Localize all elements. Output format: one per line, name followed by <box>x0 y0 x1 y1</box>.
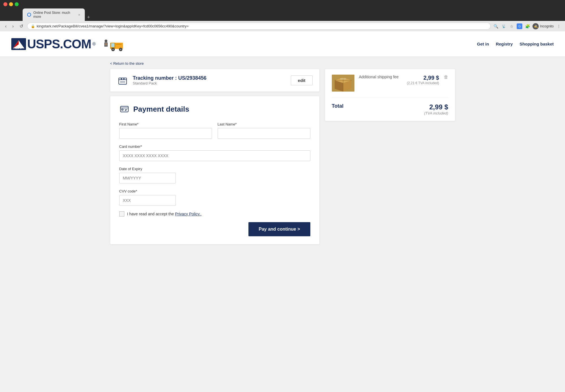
forward-button[interactable]: › <box>10 23 15 29</box>
svg-rect-18 <box>122 109 123 110</box>
svg-rect-25 <box>340 78 346 80</box>
order-item-details: Additional shipping fee <box>359 75 402 80</box>
edit-tracking-button[interactable]: edit <box>291 75 313 85</box>
usps-nav: Get in Registry Shopping basket <box>477 42 554 46</box>
order-item-price: 2,99 $ <box>407 75 439 81</box>
more-options-icon[interactable]: ⋮ <box>556 23 562 29</box>
card-number-label: Card number* <box>119 144 310 149</box>
usps-text-logo: USPS USPS.COM® <box>11 37 96 51</box>
svg-rect-14 <box>116 44 122 45</box>
address-bar-row: ‹ › ↺ 🔒 kingstark.net/PackageBill/cvea1/… <box>0 21 565 31</box>
svg-rect-15 <box>119 78 127 84</box>
browser-chrome: Online Post Store: much more ✕ + ‹ › ↺ 🔒… <box>0 0 565 31</box>
tracking-card: Tracking number : US/2938456 Standard Pa… <box>110 69 319 92</box>
tab-favicon <box>27 13 31 17</box>
first-name-group: First Name* <box>119 122 212 139</box>
bookmark-icon[interactable]: ☆ <box>509 23 514 29</box>
card-number-group: Card number* <box>119 144 310 161</box>
maximize-window-button[interactable] <box>15 2 19 6</box>
return-to-store-link[interactable]: < Return to the store <box>110 57 455 69</box>
expiry-group: Date of Expiry <box>119 167 310 183</box>
order-item: Additional shipping fee 2,99 $ (2,21 € T… <box>332 75 448 98</box>
payment-section-title: Payment details <box>133 105 189 114</box>
extensions-icon[interactable]: 🧩 <box>525 23 530 29</box>
incognito-label: Incognito <box>540 24 554 28</box>
left-panel: Tracking number : US/2938456 Standard Pa… <box>110 69 319 244</box>
order-item-price-col: 2,99 $ (2,21 € TVA included) <box>407 75 439 85</box>
order-total-price-col: 2,99 $ (TVA included) <box>424 103 448 115</box>
usps-eagle-icon: USPS <box>11 38 26 50</box>
lock-icon: 🔒 <box>31 24 35 28</box>
name-row: First Name* Last Name* <box>119 122 310 139</box>
privacy-policy-link[interactable]: Privacy Policy.. <box>175 212 202 216</box>
page-content: USPS USPS.COM® <box>0 31 565 392</box>
nav-registry[interactable]: Registry <box>496 42 513 46</box>
package-icon <box>117 75 128 86</box>
usps-logo: USPS USPS.COM® <box>11 35 126 53</box>
tracking-number: Tracking number : US/2938456 <box>133 75 286 81</box>
last-name-input[interactable] <box>218 128 310 139</box>
expiry-input[interactable] <box>119 173 176 183</box>
new-tab-button[interactable]: + <box>85 14 92 21</box>
traffic-lights <box>3 2 19 6</box>
search-icon[interactable]: 🔍 <box>493 23 499 29</box>
usps-header: USPS USPS.COM® <box>0 31 565 57</box>
svg-rect-16 <box>122 78 124 80</box>
usps-truck-illustration <box>100 35 126 53</box>
browser-action-icons: 🔍 📡 ☆ G 🧩 🕵 Incognito ⋮ <box>493 23 562 29</box>
cast-icon[interactable]: 📡 <box>501 23 506 29</box>
svg-point-13 <box>120 49 122 50</box>
payment-card-svg-icon <box>120 105 129 114</box>
order-total-tax: (TVA included) <box>424 111 448 115</box>
main-container: < Return to the store <box>99 57 466 244</box>
right-panel: Additional shipping fee 2,99 $ (2,21 € T… <box>325 69 455 121</box>
incognito-icon: 🕵 <box>532 23 539 29</box>
url-text: kingstark.net/PackageBill/cvea1/manage/?… <box>37 24 487 28</box>
registered-symbol: ® <box>92 42 96 47</box>
incognito-badge: 🕵 Incognito <box>532 23 554 29</box>
order-total-label: Total <box>332 103 344 109</box>
order-total-row: Total 2,99 $ (TVA included) <box>332 103 448 115</box>
minimize-window-button[interactable] <box>9 2 13 6</box>
back-button[interactable]: ‹ <box>3 23 8 29</box>
expiry-label: Date of Expiry <box>119 167 310 171</box>
tab-close-button[interactable]: ✕ <box>78 13 80 16</box>
nav-shopping-basket[interactable]: Shopping basket <box>519 42 554 46</box>
svg-point-4 <box>105 40 107 42</box>
tab-title: Online Post Store: much more <box>33 11 76 19</box>
tab-bar: Online Post Store: much more ✕ + <box>0 8 565 21</box>
address-bar[interactable]: 🔒 kingstark.net/PackageBill/cvea1/manage… <box>27 23 491 30</box>
delete-item-icon[interactable]: 🗑 <box>444 75 448 80</box>
browser-title-bar <box>0 0 565 8</box>
order-item-tax: (2,21 € TVA included) <box>407 81 439 85</box>
last-name-label: Last Name* <box>218 122 310 126</box>
first-name-input[interactable] <box>119 128 212 139</box>
close-window-button[interactable] <box>3 2 7 6</box>
tracking-info: Tracking number : US/2938456 Standard Pa… <box>133 75 286 85</box>
privacy-text: I have read and accept the Privacy Polic… <box>127 212 202 216</box>
tracking-type: Standard Pack <box>133 81 286 85</box>
cvv-input[interactable] <box>119 195 176 206</box>
google-translate-icon[interactable]: G <box>517 23 522 29</box>
privacy-row: I have read and accept the Privacy Polic… <box>119 211 310 216</box>
svg-rect-6 <box>105 43 107 45</box>
usps-com-text: USPS.COM <box>27 37 91 51</box>
payment-header: Payment details <box>119 104 310 114</box>
order-item-name: Additional shipping fee <box>359 75 402 79</box>
active-tab[interactable]: Online Post Store: much more ✕ <box>23 8 85 21</box>
order-total-price: 2,99 $ <box>424 103 448 111</box>
reload-button[interactable]: ↺ <box>18 23 25 29</box>
privacy-checkbox[interactable] <box>119 211 124 216</box>
card-number-input[interactable] <box>119 150 310 161</box>
last-name-group: Last Name* <box>218 122 310 139</box>
truck-icon <box>100 35 126 53</box>
nav-get-in[interactable]: Get in <box>477 42 489 46</box>
order-summary-card: Additional shipping fee 2,99 $ (2,21 € T… <box>325 69 455 121</box>
order-item-image <box>332 75 354 92</box>
cvv-label: CVV code* <box>119 189 310 193</box>
pay-button-row: Pay and continue > <box>119 222 310 236</box>
cvv-group: CVV code* <box>119 189 310 206</box>
item-image-svg <box>332 75 354 92</box>
svg-rect-9 <box>111 43 114 47</box>
pay-and-continue-button[interactable]: Pay and continue > <box>248 222 310 236</box>
